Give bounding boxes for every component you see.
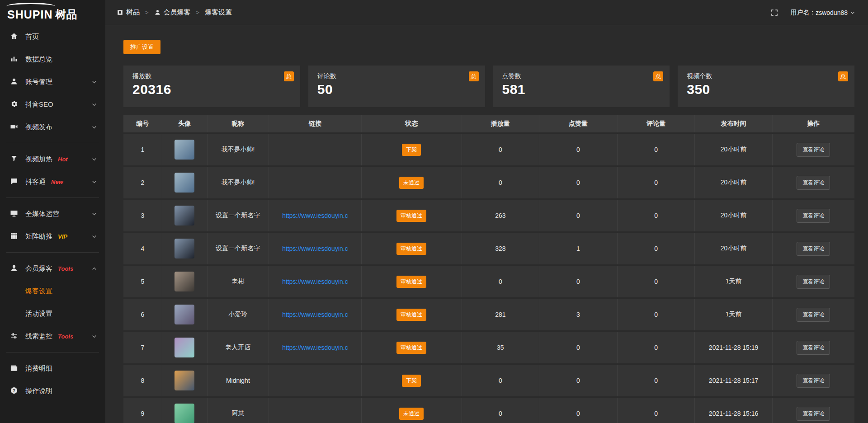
total-badge: 总 bbox=[469, 71, 479, 81]
column-header: 昵称 bbox=[208, 115, 269, 132]
bar-chart-icon bbox=[10, 55, 19, 64]
action-cell: 查看评论 bbox=[773, 266, 854, 297]
username-label: 用户名： bbox=[790, 9, 816, 17]
link-cell: https://www.iesdouyin.c bbox=[269, 200, 362, 231]
view-comments-button[interactable]: 查看评论 bbox=[797, 176, 830, 190]
sidebar-item-data-overview[interactable]: 数据总览 bbox=[0, 48, 105, 70]
avatar bbox=[175, 140, 194, 160]
sidebar-item-matrix-boost[interactable]: 矩阵助推VIP bbox=[0, 225, 105, 248]
sidebar-item-consumption-detail[interactable]: 消费明细 bbox=[0, 357, 105, 380]
comments-cell: 0 bbox=[618, 299, 695, 330]
stat-card-label: 点赞数 bbox=[502, 72, 661, 80]
promotion-settings-button[interactable]: 推广设置 bbox=[123, 40, 160, 54]
view-comments-button[interactable]: 查看评论 bbox=[797, 143, 830, 157]
sidebar-item-baoke-settings[interactable]: 爆客设置 bbox=[0, 280, 105, 302]
video-link[interactable]: https://www.iesdouyin.c bbox=[282, 245, 348, 252]
action-cell: 查看评论 bbox=[773, 299, 854, 330]
nickname-cell: 小爱玲 bbox=[208, 299, 269, 330]
avatar-cell bbox=[162, 266, 208, 297]
status-badge: 审核通过 bbox=[396, 210, 426, 222]
page-content: 推广设置 播放数20316总评论数50总点赞数581总视频个数350总 编号头像… bbox=[105, 25, 868, 423]
chevron-down-icon bbox=[850, 10, 855, 15]
likes-cell: 0 bbox=[539, 200, 618, 231]
row-number-cell: 4 bbox=[123, 233, 162, 264]
chevron-down-icon bbox=[91, 124, 97, 130]
sidebar-item-label: 操作说明 bbox=[25, 387, 52, 395]
status-cell: 未通过 bbox=[362, 167, 462, 198]
view-comments-button[interactable]: 查看评论 bbox=[797, 374, 830, 388]
sidebar-item-label: 抖客通 bbox=[25, 178, 46, 186]
sidebar-item-all-media-operation[interactable]: 全媒体运营 bbox=[0, 202, 105, 225]
breadcrumb-item-member-baoke[interactable]: 会员爆客 bbox=[154, 8, 191, 17]
sidebar-item-operation-guide[interactable]: ?操作说明 bbox=[0, 380, 105, 402]
video-link[interactable]: https://www.iesdouyin.c bbox=[282, 344, 348, 351]
view-comments-button[interactable]: 查看评论 bbox=[797, 242, 830, 256]
comments-cell: 0 bbox=[618, 266, 695, 297]
likes-cell: 0 bbox=[539, 332, 618, 363]
comments-cell: 0 bbox=[618, 233, 695, 264]
sidebar-item-member-baoke[interactable]: 会员爆客Tools bbox=[0, 257, 105, 280]
avatar bbox=[175, 371, 194, 390]
status-badge: 审核通过 bbox=[396, 309, 426, 321]
sidebar-item-activity-settings[interactable]: 活动设置 bbox=[0, 302, 105, 325]
fullscreen-icon[interactable] bbox=[770, 9, 778, 17]
table-row: 6小爱玲https://www.iesdouyin.c审核通过281301天前查… bbox=[123, 299, 854, 332]
view-comments-button[interactable]: 查看评论 bbox=[797, 341, 830, 355]
table-row: 2我不是小帅!未通过00020小时前查看评论 bbox=[123, 167, 854, 200]
stat-card-comments-total: 评论数50总 bbox=[308, 66, 485, 107]
publish-time-cell: 2021-11-28 15:17 bbox=[695, 365, 772, 396]
column-header: 状态 bbox=[362, 115, 462, 132]
status-cell: 审核通过 bbox=[362, 233, 462, 264]
breadcrumb-separator: > bbox=[145, 9, 149, 16]
status-badge: 审核通过 bbox=[396, 342, 426, 354]
wallet-icon bbox=[10, 364, 19, 373]
view-comments-button[interactable]: 查看评论 bbox=[797, 275, 830, 289]
column-header: 编号 bbox=[123, 115, 162, 132]
username-value: zswodun88 bbox=[816, 9, 848, 16]
sidebar-divider bbox=[6, 352, 99, 352]
home-icon bbox=[10, 32, 19, 41]
comments-cell: 0 bbox=[618, 167, 695, 198]
column-header: 发布时间 bbox=[695, 115, 772, 132]
sidebar-item-video-heat[interactable]: 视频加热Hot bbox=[0, 148, 105, 170]
topbar-right: 用户名： zswodun88 bbox=[770, 9, 855, 17]
likes-cell: 0 bbox=[539, 266, 618, 297]
status-cell: 审核通过 bbox=[362, 266, 462, 297]
publish-time-cell: 20小时前 bbox=[695, 134, 772, 165]
status-badge: 审核通过 bbox=[396, 243, 426, 255]
sidebar-item-video-publish[interactable]: 视频发布 bbox=[0, 116, 105, 138]
sidebar-item-doukotong[interactable]: 抖客通New bbox=[0, 170, 105, 193]
video-link[interactable]: https://www.iesdouyin.c bbox=[282, 311, 348, 318]
app-window: SHUPIN 树品 首页数据总览账号管理抖音SEO视频发布视频加热Hot抖客通N… bbox=[0, 0, 868, 423]
sidebar-item-label: 矩阵助推 bbox=[25, 232, 52, 241]
breadcrumb-label: 爆客设置 bbox=[205, 8, 232, 17]
breadcrumb-item-baoke-settings: 爆客设置 bbox=[205, 8, 232, 17]
view-comments-button[interactable]: 查看评论 bbox=[797, 209, 830, 223]
publish-time-cell: 2021-11-28 15:16 bbox=[695, 398, 772, 423]
sidebar-item-clue-monitor[interactable]: 线索监控Tools bbox=[0, 325, 105, 348]
row-number-cell: 7 bbox=[123, 332, 162, 363]
sidebar-item-account-management[interactable]: 账号管理 bbox=[0, 70, 105, 93]
avatar bbox=[175, 173, 194, 193]
video-link[interactable]: https://www.iesdouyin.c bbox=[282, 212, 348, 219]
sidebar-item-label: 消费明细 bbox=[25, 364, 52, 373]
view-comments-button[interactable]: 查看评论 bbox=[797, 308, 830, 322]
link-cell: https://www.iesdouyin.c bbox=[269, 233, 362, 264]
video-link[interactable]: https://www.iesdouyin.c bbox=[282, 278, 348, 285]
nickname-cell: 设置一个新名字 bbox=[208, 200, 269, 231]
sidebar-item-douyin-seo[interactable]: 抖音SEO bbox=[0, 93, 105, 116]
stat-card-videos-total: 视频个数350总 bbox=[678, 66, 854, 107]
user-menu[interactable]: 用户名： zswodun88 bbox=[790, 9, 855, 17]
monitor-icon bbox=[10, 209, 19, 218]
sidebar-item-label: 全媒体运营 bbox=[25, 210, 59, 218]
row-number-cell: 3 bbox=[123, 200, 162, 231]
stat-card-value: 50 bbox=[317, 82, 476, 97]
breadcrumb-item-shupin[interactable]: 树品 bbox=[117, 8, 140, 17]
brand-logo[interactable]: SHUPIN 树品 bbox=[0, 0, 105, 25]
comments-cell: 0 bbox=[618, 332, 695, 363]
publish-time-cell: 20小时前 bbox=[695, 233, 772, 264]
chevron-down-icon bbox=[91, 102, 97, 108]
sidebar-item-home[interactable]: 首页 bbox=[0, 25, 105, 48]
view-comments-button[interactable]: 查看评论 bbox=[797, 407, 830, 421]
table-header-row: 编号头像昵称链接状态播放量点赞量评论量发布时间操作 bbox=[123, 115, 854, 134]
